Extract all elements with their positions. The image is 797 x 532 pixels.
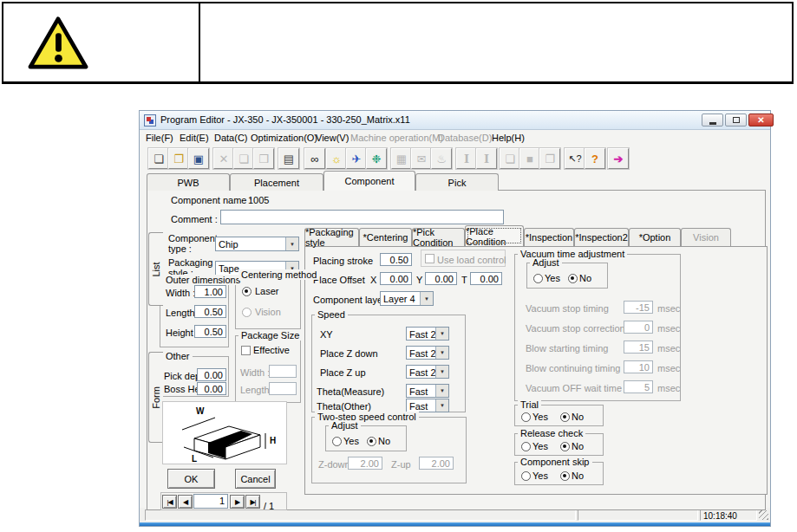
laser-radio[interactable]: [242, 287, 252, 296]
speed-theta-other-select[interactable]: Fast▼: [406, 399, 449, 412]
vacuum-yes-radio[interactable]: [533, 274, 543, 283]
menu-data[interactable]: Data(C): [214, 133, 248, 143]
pick-depth-input[interactable]: 0.00: [197, 368, 226, 381]
component-type-label: Component type :: [168, 233, 217, 254]
effective-label[interactable]: Effective: [253, 345, 290, 355]
effective-checkbox[interactable]: [241, 346, 251, 355]
toolbar-button-hint[interactable]: ☼: [326, 148, 347, 169]
dropdown-arrow-icon[interactable]: ▼: [435, 385, 448, 397]
table-divider: [199, 3, 200, 81]
dropdown-arrow-icon[interactable]: ▼: [420, 292, 433, 305]
toolbar-button-print[interactable]: ▤: [278, 148, 299, 169]
use-load-control-checkbox: [425, 254, 434, 263]
nav-next-button[interactable]: ▶: [230, 495, 245, 509]
comment-input[interactable]: [220, 210, 504, 224]
subtab-inspection2[interactable]: *Inspection2: [574, 228, 629, 246]
dropdown-arrow-icon[interactable]: ▼: [435, 399, 448, 412]
dropdown-arrow-icon[interactable]: ▼: [435, 366, 448, 378]
trial-no-label[interactable]: No: [572, 412, 584, 422]
release-check-no-label[interactable]: No: [572, 441, 584, 451]
toolbar-button-paste: ❒: [253, 148, 274, 169]
side-tab-form[interactable]: Form: [148, 352, 163, 443]
cancel-button[interactable]: Cancel: [235, 469, 276, 489]
toolbar-button-tool-3: ❐: [539, 148, 560, 169]
toolbar-button-search-color[interactable]: ❉: [366, 148, 387, 169]
subtab-inspection[interactable]: *Inspection: [524, 228, 574, 246]
menu-help[interactable]: Help(H): [492, 133, 525, 143]
toolbar-button-help-pointer[interactable]: ↖?: [565, 148, 585, 169]
speed-theta-measure-select[interactable]: Fast▼: [406, 384, 449, 398]
release-check-yes-label[interactable]: Yes: [532, 441, 548, 451]
boss-height-input[interactable]: 0.00: [197, 382, 226, 395]
length-input[interactable]: 0.50: [194, 305, 226, 318]
width-input[interactable]: 1.00: [194, 285, 226, 298]
two-step-no-label[interactable]: No: [378, 436, 390, 446]
minimize-button[interactable]: [702, 114, 723, 127]
toolbar-button-exit[interactable]: ➔: [608, 148, 629, 169]
component-skip-yes-radio[interactable]: [521, 471, 531, 481]
nav-prev-button[interactable]: ◀: [178, 495, 193, 509]
two-step-yes-label[interactable]: Yes: [343, 436, 359, 446]
component-type-select[interactable]: Chip ▼: [215, 237, 299, 251]
dropdown-arrow-icon[interactable]: ▼: [435, 347, 448, 359]
toolbar-button-optimization[interactable]: ✈: [346, 148, 367, 169]
ok-button[interactable]: OK: [167, 469, 215, 489]
side-tab-list[interactable]: List: [148, 232, 163, 306]
record-number-input[interactable]: 1: [193, 494, 228, 509]
lightbulb-icon: ☼: [331, 153, 342, 165]
subtab-centering[interactable]: *Centering: [359, 228, 412, 246]
vacuum-no-radio[interactable]: [568, 274, 578, 283]
menu-view[interactable]: View(V): [316, 133, 349, 143]
toolbar-button-find[interactable]: ∞: [304, 148, 325, 169]
dropdown-arrow-icon[interactable]: ▼: [435, 328, 448, 340]
tab-pick[interactable]: Pick: [415, 173, 499, 191]
tab-placement[interactable]: Placement: [230, 173, 323, 191]
toolbar-button-help[interactable]: ?: [585, 148, 605, 169]
chip-diagram-drawing: W H L: [163, 402, 286, 464]
subtab-packaging-style[interactable]: *Packaging style: [304, 228, 359, 246]
toolbar-button-save[interactable]: ▣: [188, 148, 209, 169]
menu-optimization[interactable]: Optimization(O): [251, 133, 317, 143]
nav-last-button[interactable]: ▶|: [245, 495, 260, 509]
trial-no-radio[interactable]: [560, 412, 570, 422]
two-step-yes-radio[interactable]: [332, 437, 342, 446]
placing-stroke-input[interactable]: 0.50: [380, 253, 412, 266]
component-layer-select[interactable]: Layer 4 ▼: [380, 291, 434, 306]
vacuum-no-label[interactable]: No: [579, 273, 591, 283]
speed-xy-select[interactable]: Fast 2▼: [406, 327, 449, 341]
two-step-no-radio[interactable]: [367, 437, 376, 446]
offset-x-input[interactable]: 0.00: [380, 272, 412, 285]
speed-z-up-select[interactable]: Fast 2▼: [406, 365, 449, 379]
dropdown-arrow-icon[interactable]: ▼: [285, 237, 298, 250]
offset-y-input[interactable]: 0.00: [425, 272, 457, 285]
offset-t-input[interactable]: 0.00: [470, 272, 502, 285]
subtab-place-condition[interactable]: *Place Condition: [465, 225, 524, 246]
toolbar-button-open[interactable]: ❐: [168, 148, 189, 169]
release-check-no-radio[interactable]: [560, 442, 570, 451]
laser-label[interactable]: Laser: [255, 286, 279, 296]
subtab-pick-condition[interactable]: *Pick Condition: [412, 228, 465, 246]
package-length-input: [269, 382, 297, 395]
subtab-option[interactable]: *Option: [629, 228, 681, 246]
nav-first-button[interactable]: |◀: [162, 495, 177, 509]
component-skip-yes-label[interactable]: Yes: [532, 470, 548, 481]
component-skip-no-radio[interactable]: [560, 471, 570, 481]
component-skip-no-label[interactable]: No: [572, 470, 584, 481]
trial-yes-radio[interactable]: [521, 412, 531, 422]
title-bar[interactable]: Program Editor - JX-350 - JX-350001 - 33…: [140, 111, 770, 130]
menu-file[interactable]: File(F): [146, 133, 173, 143]
trial-yes-label[interactable]: Yes: [532, 412, 548, 422]
tab-component[interactable]: Component: [323, 171, 415, 191]
vacuum-yes-label[interactable]: Yes: [545, 273, 560, 283]
page-icon: ❏: [505, 153, 515, 165]
maximize-button[interactable]: [725, 114, 747, 127]
height-input[interactable]: 0.50: [194, 325, 226, 338]
speed-z-down-select[interactable]: Fast 2▼: [406, 346, 449, 360]
menu-edit[interactable]: Edit(E): [180, 133, 209, 143]
close-button[interactable]: ✕: [748, 114, 774, 127]
vacuum-stop-timing-input: -15: [624, 301, 653, 314]
toolbar-button-new[interactable]: ❏: [148, 148, 169, 169]
resize-grip[interactable]: [759, 510, 768, 520]
tab-pwb[interactable]: PWB: [147, 173, 230, 191]
release-check-yes-radio[interactable]: [521, 442, 531, 451]
